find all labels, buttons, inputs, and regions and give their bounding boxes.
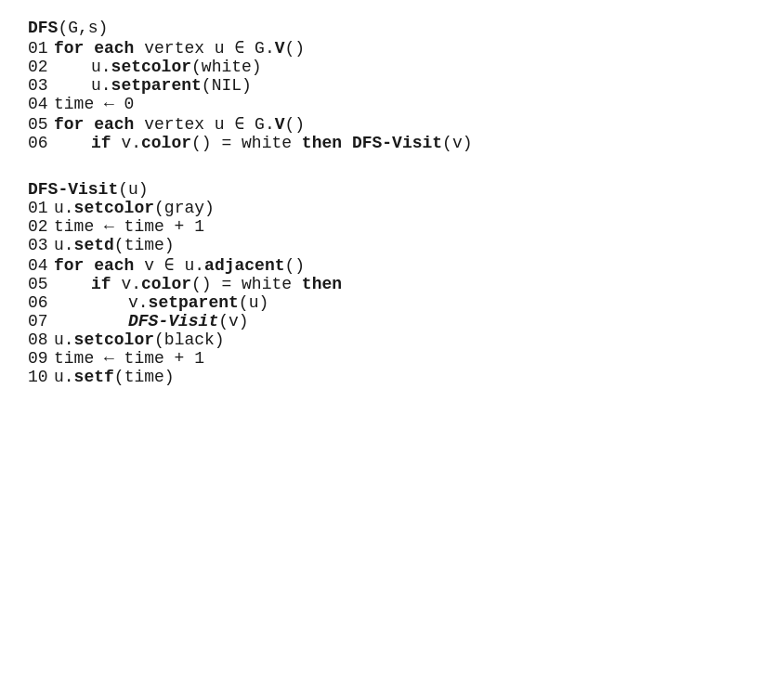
line-number: 02 — [28, 217, 54, 236]
line-content: DFS-Visit(v) — [54, 312, 249, 331]
function-name: DFS-Visit — [28, 180, 118, 199]
line-content: u.setparent(NIL) — [54, 76, 252, 95]
line-number: 07 — [28, 312, 54, 331]
code-line: 02time ← time + 1 — [28, 217, 756, 236]
code-section: DFS-Visit(u)01u.setcolor(gray)02time ← t… — [28, 180, 756, 386]
line-content: for each vertex u ∈ G.V() — [54, 113, 305, 134]
line-content: time ← time + 1 — [54, 349, 204, 368]
function-signature: DFS(G,s) — [28, 19, 756, 37]
line-number: 05 — [28, 115, 54, 134]
code-line: 07DFS-Visit(v) — [28, 312, 756, 331]
line-number: 10 — [28, 368, 54, 386]
code-line: 03u.setd(time) — [28, 236, 756, 254]
code-line: 06if v.color() = white then DFS-Visit(v) — [28, 134, 756, 152]
line-number: 01 — [28, 39, 54, 58]
line-number: 04 — [28, 256, 54, 275]
code-line: 09time ← time + 1 — [28, 349, 756, 368]
code-line: 03u.setparent(NIL) — [28, 76, 756, 95]
algorithm-display: DFS(G,s)01for each vertex u ∈ G.V()02u.s… — [28, 19, 756, 386]
signature-args: (u) — [118, 180, 148, 199]
line-content: u.setcolor(black) — [54, 331, 225, 349]
function-name: DFS — [28, 19, 58, 37]
code-line: 10u.setf(time) — [28, 368, 756, 386]
code-line: 04time ← 0 — [28, 95, 756, 113]
code-line: 05if v.color() = white then — [28, 275, 756, 293]
line-content: v.setparent(u) — [54, 293, 268, 312]
code-line: 01for each vertex u ∈ G.V() — [28, 37, 756, 58]
line-content: u.setd(time) — [54, 236, 175, 254]
line-content: u.setcolor(gray) — [54, 199, 215, 217]
line-number: 01 — [28, 199, 54, 217]
line-number: 06 — [28, 134, 54, 152]
code-line: 02u.setcolor(white) — [28, 58, 756, 76]
line-content: for each vertex u ∈ G.V() — [54, 37, 305, 58]
line-number: 09 — [28, 349, 54, 368]
code-line: 04for each v ∈ u.adjacent() — [28, 254, 756, 275]
line-content: for each v ∈ u.adjacent() — [54, 254, 305, 275]
line-number: 08 — [28, 331, 54, 349]
signature-args: (G,s) — [58, 19, 108, 37]
line-number: 04 — [28, 95, 54, 113]
line-number: 02 — [28, 58, 54, 76]
line-content: time ← time + 1 — [54, 217, 204, 236]
code-line: 08u.setcolor(black) — [28, 331, 756, 349]
line-content: u.setcolor(white) — [54, 58, 262, 76]
line-content: u.setf(time) — [54, 368, 175, 386]
function-signature: DFS-Visit(u) — [28, 180, 756, 199]
code-line: 05for each vertex u ∈ G.V() — [28, 113, 756, 134]
line-number: 06 — [28, 293, 54, 312]
code-line: 06v.setparent(u) — [28, 293, 756, 312]
line-content: if v.color() = white then — [54, 275, 342, 293]
line-number: 03 — [28, 76, 54, 95]
line-content: time ← 0 — [54, 95, 134, 113]
line-number: 03 — [28, 236, 54, 254]
code-line: 01u.setcolor(gray) — [28, 199, 756, 217]
code-section: DFS(G,s)01for each vertex u ∈ G.V()02u.s… — [28, 19, 756, 152]
line-number: 05 — [28, 275, 54, 293]
line-content: if v.color() = white then DFS-Visit(v) — [54, 134, 473, 152]
